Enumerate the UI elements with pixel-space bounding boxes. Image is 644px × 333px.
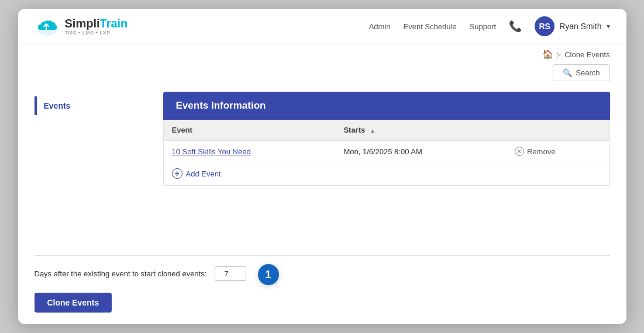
days-label: Days after the existing event to start c…	[35, 269, 207, 278]
event-name-cell: 10 Soft Skills You Need	[164, 141, 336, 162]
event-starts-value: Mon, 1/6/2025 8:00 AM	[343, 147, 422, 156]
table-header-row: Event Starts ▲	[164, 120, 609, 141]
remove-icon: ✕	[515, 147, 524, 156]
days-input[interactable]	[215, 266, 246, 281]
table-row: 10 Soft Skills You Need Mon, 1/6/2025 8:…	[164, 141, 609, 162]
col-event: Event	[164, 120, 336, 141]
nav-support[interactable]: Support	[470, 22, 497, 31]
nav-admin[interactable]: Admin	[369, 22, 391, 31]
phone-icon[interactable]: 📞	[509, 20, 522, 33]
app-window: SimpliTrain TMS • LMS • LXP Admin Event …	[18, 9, 626, 324]
content-area: Events Information Event	[163, 92, 610, 244]
breadcrumb: 🏠 > Clone Events	[18, 44, 626, 62]
clone-events-button[interactable]: Clone Events	[35, 293, 112, 313]
sidebar: Events	[35, 92, 151, 244]
tooltip-number-badge: 1	[258, 264, 279, 285]
remove-button[interactable]: ✕ Remove	[515, 147, 601, 156]
remove-label: Remove	[527, 147, 555, 156]
breadcrumb-separator: >	[557, 50, 562, 59]
breadcrumb-current: Clone Events	[564, 50, 609, 59]
clone-button-area: Clone Events	[18, 288, 626, 324]
search-label: Search	[576, 68, 600, 77]
bottom-area: Days after the existing event to start c…	[18, 256, 626, 288]
home-icon[interactable]: 🏠	[542, 49, 553, 60]
logo: SimpliTrain TMS • LMS • LXP	[35, 16, 128, 37]
logo-cloud-icon	[35, 16, 60, 37]
search-button[interactable]: 🔍 Search	[553, 64, 609, 81]
logo-name: SimpliTrain	[65, 17, 128, 30]
event-link[interactable]: 10 Soft Skills You Need	[172, 147, 251, 156]
chevron-down-icon: ▾	[607, 22, 610, 30]
user-name-label: Ryan Smith	[559, 22, 601, 31]
user-menu[interactable]: RS Ryan Smith ▾	[535, 16, 609, 36]
avatar: RS	[535, 16, 555, 36]
logo-text: SimpliTrain TMS • LMS • LXP	[65, 17, 128, 36]
header-nav: Admin Event Schedule Support 📞 RS Ryan S…	[369, 16, 610, 36]
search-bar: 🔍 Search	[18, 62, 626, 86]
add-event-button[interactable]: + Add Event	[172, 168, 221, 179]
sidebar-item-events[interactable]: Events	[35, 96, 151, 115]
logo-tagline: TMS • LMS • LXP	[65, 30, 128, 36]
search-icon: 🔍	[563, 68, 572, 77]
events-table: Event Starts ▲ 10 Soft Skills	[164, 120, 609, 185]
add-event-label: Add Event	[186, 169, 221, 178]
col-starts: Starts ▲	[335, 120, 507, 141]
events-table-wrap: Event Starts ▲ 10 Soft Skills	[163, 120, 610, 186]
header: SimpliTrain TMS • LMS • LXP Admin Event …	[18, 9, 626, 44]
events-info-header: Events Information	[163, 92, 610, 120]
add-event-row: + Add Event	[164, 162, 609, 185]
sort-arrow-icon: ▲	[370, 127, 376, 134]
add-icon: +	[172, 168, 182, 179]
col-action	[507, 120, 609, 141]
event-action-cell: ✕ Remove	[507, 141, 609, 162]
main-layout: Events Events Information Event	[18, 86, 626, 255]
event-starts-cell: Mon, 1/6/2025 8:00 AM	[335, 141, 507, 162]
nav-event-schedule[interactable]: Event Schedule	[404, 22, 457, 31]
add-event-cell: + Add Event	[164, 162, 609, 185]
